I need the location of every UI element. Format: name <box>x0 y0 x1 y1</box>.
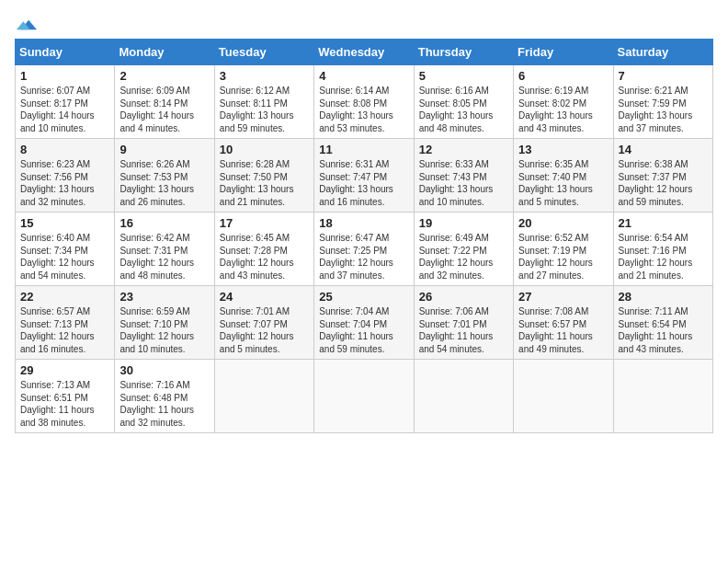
week-row: 22 Sunrise: 6:57 AM Sunset: 7:13 PM Dayl… <box>16 286 713 360</box>
day-number: 21 <box>619 216 708 230</box>
calendar-cell: 10 Sunrise: 6:28 AM Sunset: 7:50 PM Dayl… <box>214 139 313 213</box>
day-info: Sunrise: 7:13 AM Sunset: 6:51 PM Dayligh… <box>20 379 109 429</box>
day-number: 2 <box>119 69 209 83</box>
week-row: 1 Sunrise: 6:07 AM Sunset: 8:17 PM Dayli… <box>16 65 713 139</box>
day-info: Sunrise: 6:23 AM Sunset: 7:56 PM Dayligh… <box>20 158 109 208</box>
day-number: 27 <box>518 290 608 304</box>
day-info: Sunrise: 6:54 AM Sunset: 7:16 PM Dayligh… <box>619 232 708 282</box>
logo <box>15 15 37 29</box>
calendar-cell <box>314 360 414 433</box>
day-info: Sunrise: 6:40 AM Sunset: 7:34 PM Dayligh… <box>20 232 109 282</box>
day-info: Sunrise: 6:57 AM Sunset: 7:13 PM Dayligh… <box>20 305 109 355</box>
day-number: 7 <box>619 69 708 83</box>
col-header-wednesday: Wednesday <box>314 40 414 65</box>
logo-icon <box>17 15 37 35</box>
day-info: Sunrise: 6:52 AM Sunset: 7:19 PM Dayligh… <box>518 232 608 282</box>
calendar-cell: 16 Sunrise: 6:42 AM Sunset: 7:31 PM Dayl… <box>115 213 214 286</box>
day-number: 20 <box>518 216 608 230</box>
calendar-cell <box>214 360 313 433</box>
day-number: 24 <box>220 290 309 304</box>
col-header-monday: Monday <box>115 40 214 65</box>
day-info: Sunrise: 6:38 AM Sunset: 7:37 PM Dayligh… <box>619 158 708 208</box>
day-number: 17 <box>220 216 309 230</box>
day-number: 13 <box>518 143 608 156</box>
day-info: Sunrise: 6:07 AM Sunset: 8:17 PM Dayligh… <box>20 85 109 134</box>
calendar-cell: 11 Sunrise: 6:31 AM Sunset: 7:47 PM Dayl… <box>314 139 414 213</box>
day-number: 16 <box>119 216 209 230</box>
calendar-cell: 23 Sunrise: 6:59 AM Sunset: 7:10 PM Dayl… <box>115 286 214 360</box>
calendar-cell: 20 Sunrise: 6:52 AM Sunset: 7:19 PM Dayl… <box>514 213 613 286</box>
header-row: SundayMondayTuesdayWednesdayThursdayFrid… <box>16 40 713 65</box>
day-number: 22 <box>20 290 109 304</box>
day-info: Sunrise: 6:19 AM Sunset: 8:02 PM Dayligh… <box>518 85 608 134</box>
day-info: Sunrise: 6:35 AM Sunset: 7:40 PM Dayligh… <box>518 158 608 208</box>
week-row: 15 Sunrise: 6:40 AM Sunset: 7:34 PM Dayl… <box>16 213 713 286</box>
calendar-cell: 18 Sunrise: 6:47 AM Sunset: 7:25 PM Dayl… <box>314 213 414 286</box>
calendar-cell: 30 Sunrise: 7:16 AM Sunset: 6:48 PM Dayl… <box>115 360 214 433</box>
day-number: 5 <box>419 69 508 83</box>
calendar-cell: 5 Sunrise: 6:16 AM Sunset: 8:05 PM Dayli… <box>414 65 513 139</box>
day-number: 14 <box>619 143 708 156</box>
calendar-cell: 19 Sunrise: 6:49 AM Sunset: 7:22 PM Dayl… <box>414 213 513 286</box>
day-number: 1 <box>20 69 109 83</box>
calendar-cell: 15 Sunrise: 6:40 AM Sunset: 7:34 PM Dayl… <box>16 213 115 286</box>
day-info: Sunrise: 6:42 AM Sunset: 7:31 PM Dayligh… <box>119 232 209 282</box>
calendar-cell: 22 Sunrise: 6:57 AM Sunset: 7:13 PM Dayl… <box>16 286 115 360</box>
col-header-tuesday: Tuesday <box>214 40 313 65</box>
day-number: 3 <box>220 69 309 83</box>
calendar-table: SundayMondayTuesdayWednesdayThursdayFrid… <box>15 39 713 433</box>
calendar-cell: 21 Sunrise: 6:54 AM Sunset: 7:16 PM Dayl… <box>613 213 712 286</box>
calendar-cell: 6 Sunrise: 6:19 AM Sunset: 8:02 PM Dayli… <box>514 65 613 139</box>
day-info: Sunrise: 6:14 AM Sunset: 8:08 PM Dayligh… <box>319 85 408 134</box>
day-info: Sunrise: 6:59 AM Sunset: 7:10 PM Dayligh… <box>119 305 209 355</box>
calendar-cell: 4 Sunrise: 6:14 AM Sunset: 8:08 PM Dayli… <box>314 65 414 139</box>
day-number: 18 <box>319 216 408 230</box>
col-header-thursday: Thursday <box>414 40 513 65</box>
day-number: 26 <box>419 290 508 304</box>
calendar-cell: 27 Sunrise: 7:08 AM Sunset: 6:57 PM Dayl… <box>514 286 613 360</box>
day-info: Sunrise: 6:49 AM Sunset: 7:22 PM Dayligh… <box>419 232 508 282</box>
day-info: Sunrise: 6:47 AM Sunset: 7:25 PM Dayligh… <box>319 232 408 282</box>
page-header <box>15 15 713 29</box>
calendar-cell: 17 Sunrise: 6:45 AM Sunset: 7:28 PM Dayl… <box>214 213 313 286</box>
calendar-cell: 8 Sunrise: 6:23 AM Sunset: 7:56 PM Dayli… <box>16 139 115 213</box>
day-number: 10 <box>220 143 309 156</box>
calendar-cell: 9 Sunrise: 6:26 AM Sunset: 7:53 PM Dayli… <box>115 139 214 213</box>
day-number: 25 <box>319 290 408 304</box>
calendar-cell: 14 Sunrise: 6:38 AM Sunset: 7:37 PM Dayl… <box>613 139 712 213</box>
calendar-cell <box>414 360 513 433</box>
week-row: 29 Sunrise: 7:13 AM Sunset: 6:51 PM Dayl… <box>16 360 713 433</box>
day-number: 19 <box>419 216 508 230</box>
calendar-cell: 3 Sunrise: 6:12 AM Sunset: 8:11 PM Dayli… <box>214 65 313 139</box>
day-info: Sunrise: 6:31 AM Sunset: 7:47 PM Dayligh… <box>319 158 408 208</box>
calendar-cell: 24 Sunrise: 7:01 AM Sunset: 7:07 PM Dayl… <box>214 286 313 360</box>
calendar-cell: 1 Sunrise: 6:07 AM Sunset: 8:17 PM Dayli… <box>16 65 115 139</box>
calendar-cell: 28 Sunrise: 7:11 AM Sunset: 6:54 PM Dayl… <box>613 286 712 360</box>
day-info: Sunrise: 6:28 AM Sunset: 7:50 PM Dayligh… <box>220 158 309 208</box>
day-info: Sunrise: 7:08 AM Sunset: 6:57 PM Dayligh… <box>518 305 608 355</box>
day-info: Sunrise: 6:16 AM Sunset: 8:05 PM Dayligh… <box>419 85 508 134</box>
day-info: Sunrise: 6:33 AM Sunset: 7:43 PM Dayligh… <box>419 158 508 208</box>
day-info: Sunrise: 7:01 AM Sunset: 7:07 PM Dayligh… <box>220 305 309 355</box>
calendar-cell <box>514 360 613 433</box>
day-info: Sunrise: 6:09 AM Sunset: 8:14 PM Dayligh… <box>119 85 209 134</box>
calendar-cell: 25 Sunrise: 7:04 AM Sunset: 7:04 PM Dayl… <box>314 286 414 360</box>
day-number: 12 <box>419 143 508 156</box>
day-info: Sunrise: 7:04 AM Sunset: 7:04 PM Dayligh… <box>319 305 408 355</box>
calendar-cell: 7 Sunrise: 6:21 AM Sunset: 7:59 PM Dayli… <box>613 65 712 139</box>
day-info: Sunrise: 6:21 AM Sunset: 7:59 PM Dayligh… <box>619 85 708 134</box>
calendar-cell: 12 Sunrise: 6:33 AM Sunset: 7:43 PM Dayl… <box>414 139 513 213</box>
day-number: 11 <box>319 143 408 156</box>
calendar-cell: 13 Sunrise: 6:35 AM Sunset: 7:40 PM Dayl… <box>514 139 613 213</box>
calendar-cell <box>613 360 712 433</box>
day-number: 6 <box>518 69 608 83</box>
day-info: Sunrise: 7:16 AM Sunset: 6:48 PM Dayligh… <box>119 379 209 429</box>
calendar-cell: 2 Sunrise: 6:09 AM Sunset: 8:14 PM Dayli… <box>115 65 214 139</box>
day-number: 29 <box>20 363 109 377</box>
day-info: Sunrise: 6:45 AM Sunset: 7:28 PM Dayligh… <box>220 232 309 282</box>
day-info: Sunrise: 6:26 AM Sunset: 7:53 PM Dayligh… <box>119 158 209 208</box>
day-info: Sunrise: 6:12 AM Sunset: 8:11 PM Dayligh… <box>220 85 309 134</box>
day-number: 15 <box>20 216 109 230</box>
col-header-friday: Friday <box>514 40 613 65</box>
calendar-cell: 26 Sunrise: 7:06 AM Sunset: 7:01 PM Dayl… <box>414 286 513 360</box>
